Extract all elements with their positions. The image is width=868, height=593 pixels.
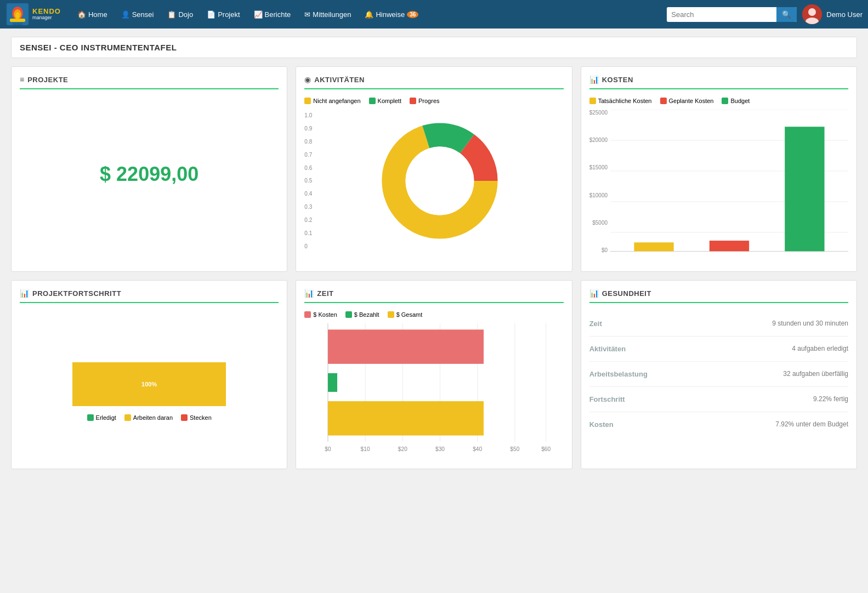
bar-zeit-kosten <box>328 329 484 364</box>
avatar <box>802 4 822 24</box>
legend-budget: Budget <box>722 98 750 104</box>
bar-arbeiten: 100% <box>72 362 226 406</box>
svg-text:KENDO: KENDO <box>13 22 22 26</box>
nav-hinweise-label: Hinweise <box>376 10 405 19</box>
widget-projekte-header: ≡ PROJEKTE <box>20 75 279 89</box>
page-title-bar: SENSEI - CEO INSTRUMENTENTAFEL <box>11 37 857 58</box>
aktivitaeten-icon: ◉ <box>304 75 311 84</box>
svg-text:$20: $20 <box>398 446 407 452</box>
gesundheit-item-arbeitsbelastung: Arbeitsbelastung 32 aufgaben überfällig <box>589 362 848 387</box>
legend-stecken: Stecken <box>181 414 212 421</box>
search-box[interactable]: 🔍 <box>667 7 797 22</box>
widget-projektfortschritt: 📊 PROJEKTFORTSCHRITT 100% Erledigt <box>11 280 287 469</box>
svg-text:$10: $10 <box>361 446 370 452</box>
page-title: SENSEI - CEO INSTRUMENTENTAFEL <box>20 43 848 52</box>
gesundheit-icon: 📊 <box>589 289 599 298</box>
projekte-title: PROJEKTE <box>27 76 68 84</box>
gesundheit-title: GESUNDHEIT <box>602 289 651 298</box>
nav-projekt[interactable]: 📄 Projekt <box>201 7 245 22</box>
stacked-bar: 100% <box>72 362 226 406</box>
hinweise-icon: 🔔 <box>365 10 373 19</box>
gesundheit-value-zeit: 9 stunden und 30 minuten <box>772 320 848 327</box>
projekte-icon: ≡ <box>20 75 24 84</box>
legend-dot-budget <box>722 98 728 104</box>
kosten-title: KOSTEN <box>602 76 633 84</box>
projekt-icon: 📄 <box>207 10 215 19</box>
logo[interactable]: KENDO KENDO manager <box>5 2 61 26</box>
user-label: Demo User <box>826 10 863 19</box>
nav-dojo-label: Dojo <box>178 10 193 19</box>
gesundheit-item-fortschritt: Fortschritt 9.22% fertig <box>589 387 848 412</box>
search-button[interactable]: 🔍 <box>776 7 797 22</box>
nav-dojo[interactable]: 📋 Dojo <box>162 7 198 22</box>
gesundheit-label-zeit: Zeit <box>589 320 602 328</box>
bar-zeit-gesamt <box>328 401 484 436</box>
legend-dot-nicht-angefangen <box>304 98 311 104</box>
legend-label-geplante: Geplante Kosten <box>669 98 714 104</box>
mitteilungen-icon: ✉ <box>304 10 310 19</box>
bar-tatsaechliche <box>634 242 673 251</box>
nav-mitteilungen-label: Mitteilungen <box>313 10 351 19</box>
nav-links: 🏠 Home 👤 Sensei 📋 Dojo 📄 Projekt 📈 Beric… <box>72 7 667 22</box>
legend-label-zeit-gesamt: $ Gesamt <box>396 311 423 318</box>
legend-dot-stecken <box>181 414 188 421</box>
projekte-value: $ 22099,00 <box>20 98 279 251</box>
logo-text-manager: manager <box>32 15 61 21</box>
legend-geplante: Geplante Kosten <box>660 98 714 104</box>
nav-berichte[interactable]: 📈 Berichte <box>248 7 297 22</box>
svg-text:$50: $50 <box>510 446 520 452</box>
fortschritt-chart: 100% Erledigt Arbeiten daran <box>20 311 279 421</box>
legend-zeit-kosten: $ Kosten <box>304 311 337 318</box>
legend-progres: Progres <box>410 98 440 104</box>
legend-dot-arbeiten <box>124 414 131 421</box>
svg-point-4 <box>15 12 20 19</box>
widget-aktivitaeten-header: ◉ AKTIVITÄTEN <box>304 75 563 89</box>
gesundheit-value-fortschritt: 9.22% fertig <box>813 395 848 403</box>
home-icon: 🏠 <box>77 10 86 19</box>
nav-berichte-label: Berichte <box>265 10 291 19</box>
svg-text:$30: $30 <box>435 446 445 452</box>
nav-sensei[interactable]: 👤 Sensei <box>116 7 160 22</box>
dojo-icon: 📋 <box>167 10 176 19</box>
bar-zeit-bezahlt <box>328 373 337 392</box>
kosten-svg <box>610 110 848 263</box>
gesundheit-value-aktivitaeten: 4 aufgaben erledigt <box>792 345 848 352</box>
legend-label-progres: Progres <box>418 98 440 104</box>
legend-erledigt-label: Erledigt <box>96 414 116 421</box>
legend-zeit-gesamt: $ Gesamt <box>388 311 423 318</box>
donut-y-axis: 1.00.90.80.70.6 0.50.40.30.20.10 <box>304 110 312 252</box>
legend-nicht-angefangen: Nicht angefangen <box>304 98 360 104</box>
donut-center <box>406 147 474 215</box>
hinweise-badge: 36 <box>407 11 418 18</box>
widget-gesundheit-header: 📊 GESUNDHEIT <box>589 289 848 303</box>
zeit-title: ZEIT <box>317 289 333 298</box>
nav-projekt-label: Projekt <box>218 10 240 19</box>
legend-tatsaechliche: Tatsächliche Kosten <box>589 98 652 104</box>
nav-home[interactable]: 🏠 Home <box>72 7 113 22</box>
kosten-y-axis: $25000$20000$15000$10000$5000$0 <box>589 110 608 263</box>
legend-dot-progres <box>410 98 416 104</box>
gesundheit-value-kosten: 7.92% unter dem Budget <box>775 420 848 428</box>
gesundheit-value-arbeitsbelastung: 32 aufgaben überfällig <box>783 370 848 378</box>
widget-gesundheit: 📊 GESUNDHEIT Zeit 9 stunden und 30 minut… <box>581 280 857 469</box>
svg-text:$0: $0 <box>325 446 332 452</box>
widget-zeit-header: 📊 ZEIT <box>304 289 563 303</box>
fortschritt-legend: Erledigt Arbeiten daran Stecken <box>72 414 226 421</box>
kosten-chart-wrapper: $25000$20000$15000$10000$5000$0 <box>589 110 848 263</box>
svg-rect-5 <box>10 19 25 22</box>
legend-dot-zeit-gesamt <box>388 311 394 318</box>
legend-label-komplett: Komplett <box>378 98 401 104</box>
bar-budget <box>785 127 824 251</box>
projektfortschritt-title: PROJEKTFORTSCHRITT <box>32 289 121 298</box>
user-area[interactable]: Demo User <box>802 4 863 24</box>
legend-komplett: Komplett <box>369 98 401 104</box>
legend-label-budget: Budget <box>730 98 750 104</box>
nav-hinweise[interactable]: 🔔 Hinweise 36 <box>359 7 424 22</box>
legend-label-nicht-angefangen: Nicht angefangen <box>313 98 360 104</box>
kosten-icon: 📊 <box>589 75 599 84</box>
search-input[interactable] <box>667 8 776 21</box>
nav-mitteilungen[interactable]: ✉ Mitteilungen <box>299 7 356 22</box>
gesundheit-items: Zeit 9 stunden und 30 minuten Aktivitäte… <box>589 311 848 437</box>
legend-dot-tatsaechliche <box>589 98 596 104</box>
projektfortschritt-icon: 📊 <box>20 289 29 298</box>
